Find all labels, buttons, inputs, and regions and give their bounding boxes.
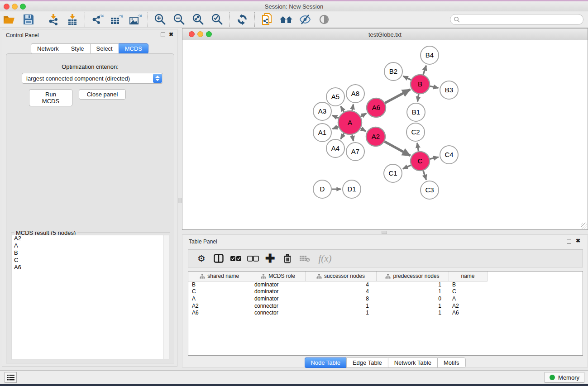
- node-C4[interactable]: C4: [440, 146, 458, 164]
- network-canvas[interactable]: B4B2BB3A5A8A6A3B1AA1C2A2A4A7C4CC1C3DD1: [182, 40, 588, 229]
- cell-shared-name[interactable]: A: [188, 295, 251, 302]
- mcds-result-item[interactable]: B: [12, 250, 169, 257]
- node-A6[interactable]: A6: [367, 98, 386, 117]
- edge-B-B3[interactable]: [430, 86, 439, 88]
- table-row[interactable]: A6connector11A6: [188, 309, 487, 316]
- new-network-from-selection-button[interactable]: [258, 12, 277, 27]
- cell-successor-nodes[interactable]: 4: [305, 288, 376, 295]
- table-row[interactable]: Adominator80A: [188, 295, 487, 302]
- table-row[interactable]: A2connector11A2: [188, 302, 487, 310]
- cell-shared-name[interactable]: B: [188, 281, 251, 288]
- close-panel-icon[interactable]: ✖: [169, 31, 173, 38]
- optimization-criterion-select[interactable]: largest connected component (directed): [22, 73, 163, 84]
- task-history-button[interactable]: [5, 372, 17, 383]
- tab-network-table[interactable]: Network Table: [388, 357, 437, 368]
- show-graphics-details-button[interactable]: [315, 12, 334, 27]
- export-table-button[interactable]: [107, 12, 126, 27]
- cell-MCDS-role[interactable]: connector: [251, 302, 305, 310]
- node-B1[interactable]: B1: [407, 103, 425, 121]
- tab-node-table[interactable]: Node Table: [304, 357, 346, 368]
- hide-graphics-details-button[interactable]: [296, 12, 315, 27]
- zoom-in-button[interactable]: [151, 12, 170, 27]
- edge-C-C3[interactable]: [423, 171, 426, 180]
- edge-C-C4[interactable]: [430, 157, 438, 159]
- export-network-button[interactable]: [88, 12, 107, 27]
- edge-A-A2[interactable]: [361, 129, 366, 131]
- divider-grip[interactable]: [178, 198, 182, 203]
- cell-MCDS-role[interactable]: connector: [251, 309, 305, 316]
- window-resize-grip[interactable]: [581, 223, 587, 229]
- node-A3[interactable]: A3: [313, 102, 331, 120]
- search-input[interactable]: [460, 15, 583, 24]
- cell-name[interactable]: A: [449, 295, 487, 302]
- mcds-result-item[interactable]: A2: [12, 235, 169, 243]
- vertical-split-divider[interactable]: [177, 28, 182, 367]
- table-row[interactable]: Bdominator41B: [188, 281, 487, 288]
- cell-shared-name[interactable]: C: [188, 288, 251, 295]
- mcds-result-item[interactable]: A6: [12, 264, 169, 272]
- close-panel-icon[interactable]: ✖: [576, 238, 580, 244]
- delete-column-icon[interactable]: [279, 251, 296, 266]
- cell-successor-nodes[interactable]: 1: [305, 302, 376, 310]
- deselect-all-icon[interactable]: [244, 251, 262, 266]
- search-field[interactable]: [450, 14, 583, 25]
- column-header-name[interactable]: name: [449, 272, 487, 281]
- cell-predecessor-nodes[interactable]: 1: [376, 302, 449, 310]
- add-column-icon[interactable]: ✚: [262, 251, 279, 266]
- import-table-button[interactable]: [63, 12, 82, 27]
- export-image-button[interactable]: [126, 12, 145, 27]
- cell-predecessor-nodes[interactable]: 1: [376, 309, 449, 316]
- cell-name[interactable]: A6: [449, 309, 487, 316]
- edge-A-A7[interactable]: [352, 135, 354, 141]
- save-session-button[interactable]: [19, 12, 38, 27]
- edge-A2-C[interactable]: [384, 142, 410, 156]
- open-file-button[interactable]: [0, 12, 19, 27]
- node-D1[interactable]: D1: [343, 180, 361, 198]
- node-A1[interactable]: A1: [313, 124, 331, 142]
- edge-A-A4[interactable]: [341, 133, 344, 139]
- node-B3[interactable]: B3: [440, 81, 458, 99]
- first-neighbors-button[interactable]: [277, 12, 296, 27]
- edge-C-C1[interactable]: [403, 165, 411, 169]
- edge-A-A1[interactable]: [333, 127, 339, 129]
- horizontal-split-divider[interactable]: [182, 230, 588, 234]
- cell-successor-nodes[interactable]: 8: [305, 295, 376, 302]
- tab-mcds[interactable]: MCDS: [119, 43, 148, 54]
- cell-name[interactable]: C: [449, 288, 487, 295]
- zoom-selected-button[interactable]: [208, 12, 227, 27]
- edge-A-A8[interactable]: [352, 105, 354, 111]
- column-header-shared-name[interactable]: shared name: [188, 272, 251, 281]
- edge-A-A5[interactable]: [341, 106, 344, 112]
- cell-MCDS-role[interactable]: dominator: [251, 295, 305, 302]
- run-mcds-button[interactable]: Run MCDS: [29, 89, 72, 106]
- network-window-titlebar[interactable]: testGlobe.txt: [182, 29, 588, 40]
- edge-B-B1[interactable]: [417, 94, 418, 101]
- node-A2[interactable]: A2: [366, 127, 385, 146]
- node-A5[interactable]: A5: [326, 88, 344, 106]
- node-A8[interactable]: A8: [346, 85, 364, 103]
- edge-B-B2[interactable]: [403, 76, 411, 80]
- node-C1[interactable]: C1: [384, 164, 402, 182]
- float-panel-icon[interactable]: [161, 33, 165, 37]
- edge-C-C2[interactable]: [417, 143, 419, 152]
- node-B2[interactable]: B2: [384, 62, 402, 81]
- table-row[interactable]: Cdominator41C: [188, 288, 487, 295]
- edge-A6-B[interactable]: [385, 90, 410, 103]
- node-B[interactable]: B: [411, 75, 430, 94]
- memory-button[interactable]: Memory: [545, 372, 584, 383]
- cell-shared-name[interactable]: A6: [188, 309, 251, 316]
- edge-B-B4[interactable]: [423, 66, 426, 75]
- node-A4[interactable]: A4: [326, 139, 344, 157]
- cell-name[interactable]: A2: [449, 302, 487, 310]
- tab-edge-table[interactable]: Edge Table: [346, 357, 388, 368]
- node-C2[interactable]: C2: [406, 123, 425, 141]
- tab-select[interactable]: Select: [90, 43, 119, 54]
- tab-motifs[interactable]: Motifs: [437, 357, 466, 368]
- node-A[interactable]: A: [338, 111, 362, 134]
- gear-icon[interactable]: ⚙: [193, 251, 210, 266]
- node-A7[interactable]: A7: [346, 143, 364, 161]
- cell-successor-nodes[interactable]: 1: [305, 309, 376, 316]
- cell-predecessor-nodes[interactable]: 1: [376, 281, 449, 288]
- node-C3[interactable]: C3: [421, 181, 439, 199]
- cell-predecessor-nodes[interactable]: 1: [376, 288, 449, 295]
